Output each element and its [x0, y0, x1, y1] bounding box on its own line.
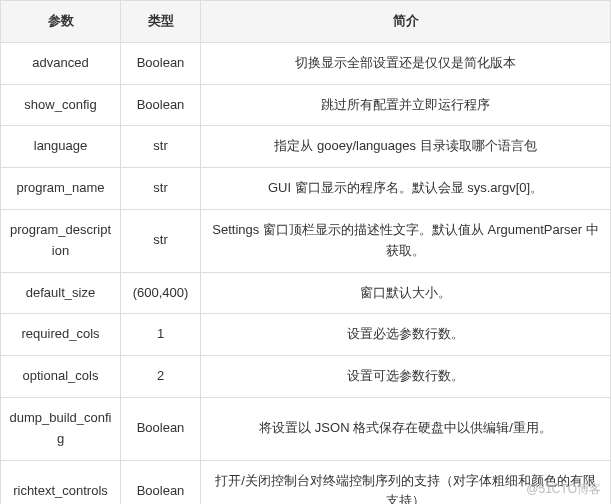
- cell-type: Boolean: [121, 42, 201, 84]
- table-row: language str 指定从 gooey/languages 目录读取哪个语…: [1, 126, 611, 168]
- table-row: required_cols 1 设置必选参数行数。: [1, 314, 611, 356]
- table-row: default_size (600,400) 窗口默认大小。: [1, 272, 611, 314]
- cell-type: Boolean: [121, 84, 201, 126]
- watermark: @51CTO博客: [526, 481, 601, 498]
- cell-param: advanced: [1, 42, 121, 84]
- cell-desc: 切换显示全部设置还是仅仅是简化版本: [201, 42, 611, 84]
- table-row: advanced Boolean 切换显示全部设置还是仅仅是简化版本: [1, 42, 611, 84]
- cell-type: Boolean: [121, 460, 201, 504]
- cell-type: str: [121, 209, 201, 272]
- cell-desc: GUI 窗口显示的程序名。默认会显 sys.argv[0]。: [201, 168, 611, 210]
- header-desc: 简介: [201, 1, 611, 43]
- table-header-row: 参数 类型 简介: [1, 1, 611, 43]
- cell-param: richtext_controls: [1, 460, 121, 504]
- cell-desc: 将设置以 JSON 格式保存在硬盘中以供编辑/重用。: [201, 397, 611, 460]
- header-type: 类型: [121, 1, 201, 43]
- table-row: dump_build_config Boolean 将设置以 JSON 格式保存…: [1, 397, 611, 460]
- cell-type: str: [121, 126, 201, 168]
- params-table: 参数 类型 简介 advanced Boolean 切换显示全部设置还是仅仅是简…: [0, 0, 611, 504]
- cell-type: 1: [121, 314, 201, 356]
- cell-param: required_cols: [1, 314, 121, 356]
- cell-desc: 跳过所有配置并立即运行程序: [201, 84, 611, 126]
- cell-param: optional_cols: [1, 356, 121, 398]
- cell-param: program_name: [1, 168, 121, 210]
- cell-type: Boolean: [121, 397, 201, 460]
- cell-desc: 窗口默认大小。: [201, 272, 611, 314]
- cell-type: (600,400): [121, 272, 201, 314]
- cell-param: dump_build_config: [1, 397, 121, 460]
- cell-param: program_description: [1, 209, 121, 272]
- table-row: richtext_controls Boolean 打开/关闭控制台对终端控制序…: [1, 460, 611, 504]
- cell-desc: 指定从 gooey/languages 目录读取哪个语言包: [201, 126, 611, 168]
- header-param: 参数: [1, 1, 121, 43]
- cell-param: language: [1, 126, 121, 168]
- cell-param: show_config: [1, 84, 121, 126]
- cell-desc: 设置可选参数行数。: [201, 356, 611, 398]
- table-row: show_config Boolean 跳过所有配置并立即运行程序: [1, 84, 611, 126]
- cell-type: str: [121, 168, 201, 210]
- table-row: program_name str GUI 窗口显示的程序名。默认会显 sys.a…: [1, 168, 611, 210]
- table-row: program_description str Settings 窗口顶栏显示的…: [1, 209, 611, 272]
- cell-param: default_size: [1, 272, 121, 314]
- cell-desc: Settings 窗口顶栏显示的描述性文字。默认值从 ArgumentParse…: [201, 209, 611, 272]
- table-row: optional_cols 2 设置可选参数行数。: [1, 356, 611, 398]
- cell-type: 2: [121, 356, 201, 398]
- cell-desc: 设置必选参数行数。: [201, 314, 611, 356]
